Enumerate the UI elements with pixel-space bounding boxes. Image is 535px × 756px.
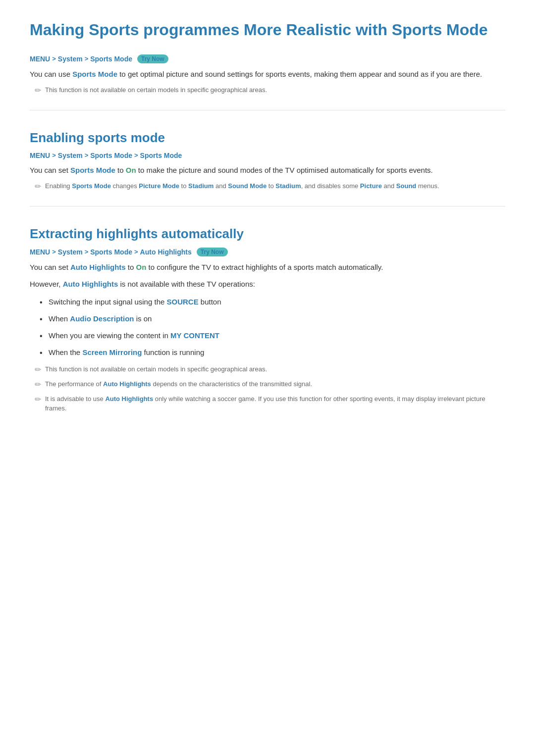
list-item-3: When you are viewing the content in MY C…	[40, 330, 505, 342]
pencil-icon-4: ✏	[35, 380, 41, 389]
list-item-1: Switching the input signal using the SOU…	[40, 296, 505, 308]
section1-note-text: Enabling Sports Mode changes Picture Mod…	[45, 181, 439, 191]
breadcrumb-section2: MENU > System > Sports Mode > Auto Highl…	[30, 248, 505, 256]
source-link: SOURCE	[166, 298, 198, 306]
s1-system: System	[58, 151, 83, 159]
intro-paragraph: You can use Sports Mode to get optimal p…	[30, 68, 505, 80]
auto-highlights-link-1: Auto Highlights	[70, 263, 126, 271]
breadcrumb-section1: MENU > System > Sports Mode > Sports Mod…	[30, 151, 505, 159]
screen-mirroring-link: Screen Mirroring	[82, 348, 142, 356]
auto-highlights-link-2: Auto Highlights	[63, 280, 118, 288]
breadcrumb-system: System	[58, 55, 83, 63]
breadcrumb-separator-1: >	[52, 55, 56, 62]
sports-mode-link-1: Sports Mode	[72, 70, 117, 78]
restrictions-list: Switching the input signal using the SOU…	[30, 296, 505, 358]
s1-sports-mode-1: Sports Mode	[90, 151, 132, 159]
section2-heading: Extracting highlights automatically	[30, 226, 505, 242]
section2-note3-text: It is advisable to use Auto Highlights o…	[45, 394, 505, 413]
section2-note2-block: ✏ The performance of Auto Highlights dep…	[30, 379, 505, 389]
list-item-2: When Audio Description is on	[40, 313, 505, 325]
section2-note1-text: This function is not available on certai…	[45, 364, 267, 374]
divider-2	[30, 206, 505, 206]
pencil-icon-2: ✏	[35, 182, 41, 191]
s1-menu: MENU	[30, 151, 50, 159]
on-label-1: On	[126, 166, 136, 174]
list-item-4: When the Screen Mirroring function is ru…	[40, 347, 505, 358]
section2-note1-block: ✏ This function is not available on cert…	[30, 364, 505, 374]
my-content-link: MY CONTENT	[170, 331, 219, 340]
s1-sports-mode-2: Sports Mode	[140, 151, 182, 159]
section2-note3-block: ✏ It is advisable to use Auto Highlights…	[30, 394, 505, 413]
pencil-icon-3: ✏	[35, 365, 41, 374]
s2-menu: MENU	[30, 248, 50, 256]
pencil-icon-1: ✏	[35, 86, 41, 95]
pencil-icon-5: ✏	[35, 395, 41, 404]
audio-description-link: Audio Description	[70, 314, 134, 323]
page-title: Making Sports programmes More Realistic …	[30, 20, 505, 41]
try-now-badge-2[interactable]: Try Now	[197, 248, 228, 256]
section2-body1: You can set Auto Highlights to On to con…	[30, 261, 505, 273]
section2-body2: However, Auto Highlights is not availabl…	[30, 278, 505, 290]
try-now-badge-1[interactable]: Try Now	[137, 54, 168, 63]
breadcrumb-separator-2: >	[85, 55, 89, 62]
divider-1	[30, 110, 505, 110]
section2-note2-text: The performance of Auto Highlights depen…	[45, 379, 312, 389]
section1-heading: Enabling sports mode	[30, 130, 505, 146]
sports-mode-link-2: Sports Mode	[70, 166, 115, 174]
on-label-2: On	[136, 263, 147, 271]
breadcrumb-menu: MENU	[30, 55, 50, 63]
section1-body: You can set Sports Mode to On to make th…	[30, 164, 505, 176]
section1-note-block: ✏ Enabling Sports Mode changes Picture M…	[30, 181, 505, 191]
breadcrumb-sports-mode-top: MENU > System > Sports Mode Try Now	[30, 54, 505, 63]
intro-note-text: This function is not available on certai…	[45, 85, 267, 95]
intro-note-block: ✏ This function is not available on cert…	[30, 85, 505, 95]
s2-system: System	[58, 248, 83, 256]
breadcrumb-sports-mode: Sports Mode	[90, 55, 132, 63]
s2-sports-mode: Sports Mode	[90, 248, 132, 256]
section-extracting-highlights: Extracting highlights automatically MENU…	[30, 226, 505, 413]
section-enabling-sports-mode: Enabling sports mode MENU > System > Spo…	[30, 130, 505, 191]
s2-auto-highlights: Auto Highlights	[140, 248, 192, 256]
